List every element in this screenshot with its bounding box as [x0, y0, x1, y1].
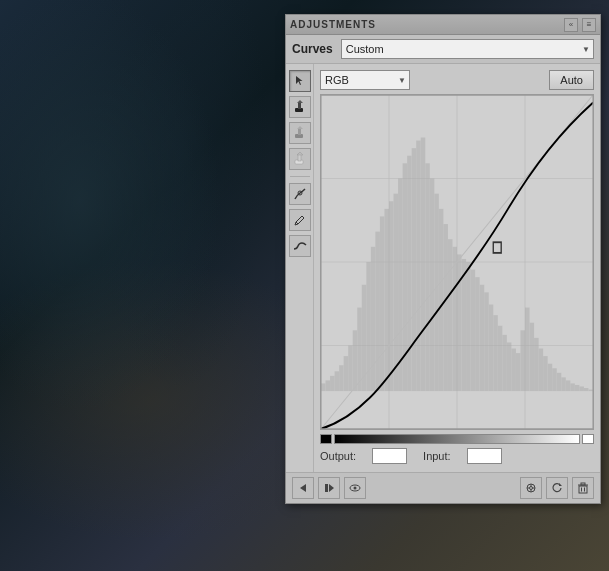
- svg-point-83: [354, 487, 357, 490]
- svg-rect-55: [493, 315, 498, 391]
- curve-edit-icon: [293, 187, 307, 201]
- panel-title: ADJUSTMENTS: [290, 19, 376, 30]
- gradient-row: [320, 434, 594, 444]
- svg-rect-30: [380, 216, 385, 391]
- panel-titlebar: ADJUSTMENTS « ≡: [286, 15, 600, 35]
- prev-state-button[interactable]: [292, 477, 314, 499]
- svg-rect-64: [534, 338, 539, 391]
- svg-rect-73: [575, 385, 580, 391]
- curve-edit-button[interactable]: [289, 183, 311, 205]
- eyedropper-black-button[interactable]: [289, 96, 311, 118]
- white-point-indicator: [582, 434, 594, 444]
- svg-rect-47: [457, 254, 462, 391]
- visibility-button[interactable]: [344, 477, 366, 499]
- footer-left: [292, 477, 366, 499]
- panel-header: Curves Custom Default Strong Contrast Li…: [286, 35, 600, 64]
- svg-rect-43: [439, 209, 444, 391]
- svg-rect-45: [448, 239, 453, 391]
- svg-rect-70: [561, 377, 566, 391]
- svg-rect-72: [570, 383, 575, 391]
- prev-icon: [297, 482, 309, 494]
- delete-icon: [577, 482, 589, 494]
- svg-rect-18: [326, 380, 331, 391]
- menu-button[interactable]: ≡: [582, 18, 596, 32]
- svg-rect-60: [516, 353, 521, 391]
- panel-content: RGB Red Green Blue Auto: [286, 64, 600, 472]
- channel-row: RGB Red Green Blue Auto: [320, 70, 594, 90]
- svg-rect-66: [543, 356, 548, 391]
- svg-rect-76: [588, 390, 593, 392]
- svg-rect-51: [475, 277, 480, 391]
- eyedropper-gray-button[interactable]: [289, 122, 311, 144]
- svg-rect-56: [498, 326, 503, 391]
- svg-rect-57: [502, 335, 507, 391]
- footer-right: [520, 477, 594, 499]
- svg-rect-25: [357, 308, 362, 391]
- svg-rect-80: [325, 484, 328, 492]
- main-area: RGB Red Green Blue Auto: [314, 64, 600, 472]
- curve-container[interactable]: [320, 94, 594, 430]
- svg-marker-90: [559, 483, 562, 486]
- svg-rect-41: [430, 179, 435, 392]
- svg-rect-26: [362, 285, 367, 391]
- svg-rect-31: [384, 209, 389, 391]
- svg-rect-69: [557, 373, 562, 391]
- smooth-icon: [293, 239, 307, 253]
- svg-rect-61: [520, 330, 525, 391]
- svg-rect-68: [552, 368, 557, 391]
- svg-rect-74: [579, 386, 584, 391]
- svg-rect-91: [579, 486, 587, 493]
- reset-icon: [551, 482, 563, 494]
- svg-rect-20: [335, 371, 340, 391]
- svg-rect-24: [353, 330, 358, 391]
- svg-rect-62: [525, 308, 530, 391]
- link-button[interactable]: [520, 477, 542, 499]
- channel-select[interactable]: RGB Red Green Blue: [320, 70, 410, 90]
- svg-point-85: [530, 487, 533, 490]
- svg-rect-17: [321, 383, 326, 391]
- svg-rect-23: [348, 346, 353, 392]
- svg-rect-4: [298, 128, 301, 135]
- svg-rect-75: [584, 388, 589, 391]
- svg-rect-59: [511, 349, 516, 392]
- svg-rect-65: [539, 349, 544, 392]
- svg-rect-33: [394, 194, 399, 391]
- svg-rect-21: [339, 365, 344, 391]
- output-label: Output:: [320, 450, 356, 462]
- svg-rect-37: [412, 148, 417, 391]
- pointer-icon: [293, 74, 307, 88]
- curve-svg: [321, 95, 593, 429]
- pencil-tool-button[interactable]: [289, 209, 311, 231]
- reset-button[interactable]: [546, 477, 568, 499]
- titlebar-controls: « ≡: [564, 18, 596, 32]
- smooth-curve-button[interactable]: [289, 235, 311, 257]
- bottom-section: Output: Input:: [320, 434, 594, 466]
- eyedropper-white-button[interactable]: [289, 148, 311, 170]
- svg-rect-32: [389, 201, 394, 391]
- svg-rect-49: [466, 262, 471, 391]
- svg-rect-50: [471, 270, 476, 391]
- svg-rect-93: [581, 483, 585, 485]
- collapse-button[interactable]: «: [564, 18, 578, 32]
- svg-marker-2: [297, 100, 303, 103]
- svg-rect-28: [371, 247, 376, 391]
- delete-button[interactable]: [572, 477, 594, 499]
- tools-sidebar: [286, 64, 314, 472]
- svg-rect-63: [530, 323, 535, 391]
- pointer-tool-button[interactable]: [289, 70, 311, 92]
- output-value[interactable]: [372, 448, 407, 464]
- input-label: Input:: [423, 450, 451, 462]
- svg-rect-52: [480, 285, 485, 391]
- panel-footer: [286, 472, 600, 503]
- svg-rect-36: [407, 156, 412, 391]
- next-state-button[interactable]: [318, 477, 340, 499]
- svg-rect-53: [484, 292, 489, 391]
- eyedropper-gray-icon: [293, 126, 307, 140]
- auto-button[interactable]: Auto: [549, 70, 594, 90]
- preset-select[interactable]: Custom Default Strong Contrast Linear Co…: [341, 39, 594, 59]
- svg-marker-5: [297, 126, 303, 129]
- svg-rect-46: [452, 247, 457, 391]
- input-value[interactable]: [467, 448, 502, 464]
- svg-rect-38: [416, 141, 421, 391]
- curves-label: Curves: [292, 42, 333, 56]
